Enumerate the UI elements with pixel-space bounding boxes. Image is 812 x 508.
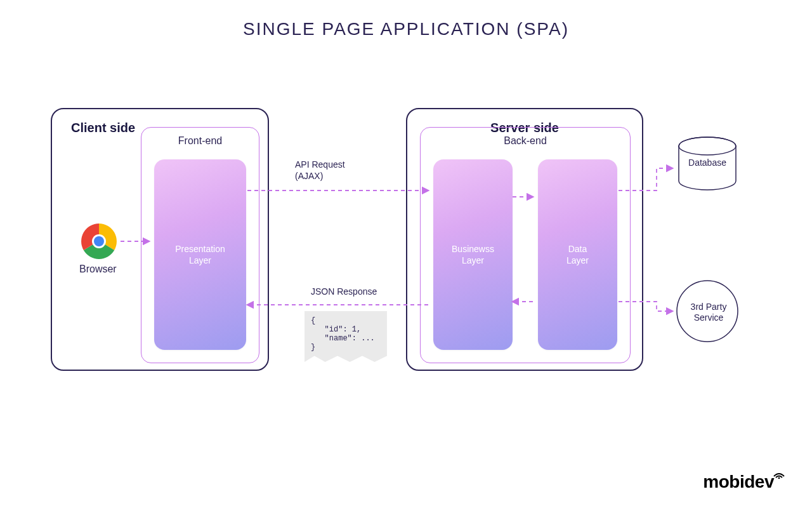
business-layer-box: Businewss Layer — [433, 159, 513, 350]
svg-point-6 — [778, 478, 780, 479]
backend-title: Back-end — [421, 135, 630, 147]
brand-text: mobidev — [703, 472, 774, 491]
brand-logo: mobidev — [703, 472, 787, 492]
frontend-title: Front-end — [141, 135, 259, 147]
data-layer-label: Data Layer — [566, 243, 589, 266]
diagram-title: SINGLE PAGE APPLICATION (SPA) — [0, 19, 812, 39]
browser-label: Browser — [79, 264, 117, 275]
client-panel: Client side Front-end Presentation Layer — [51, 108, 269, 371]
json-snippet-box: { "id": 1, "name": ... } — [304, 311, 387, 362]
client-panel-title: Client side — [71, 121, 135, 135]
json-response-label: JSON Response — [311, 286, 377, 297]
server-panel: Server side Back-end Businewss Layer Dat… — [406, 108, 643, 371]
presentation-layer-box: Presentation Layer — [154, 159, 246, 350]
svg-point-3 — [679, 137, 736, 155]
database-label: Database — [685, 157, 730, 168]
backend-panel: Back-end Businewss Layer Data Layer — [420, 127, 631, 363]
presentation-layer-label: Presentation Layer — [175, 243, 225, 266]
wifi-icon — [773, 463, 785, 483]
api-request-label: API Request (AJAX) — [295, 159, 345, 182]
data-layer-box: Data Layer — [538, 159, 617, 350]
svg-point-4 — [679, 137, 736, 155]
frontend-panel: Front-end Presentation Layer — [141, 127, 259, 363]
third-party-label: 3rd Party Service — [686, 302, 731, 323]
business-layer-label: Businewss Layer — [452, 243, 494, 266]
